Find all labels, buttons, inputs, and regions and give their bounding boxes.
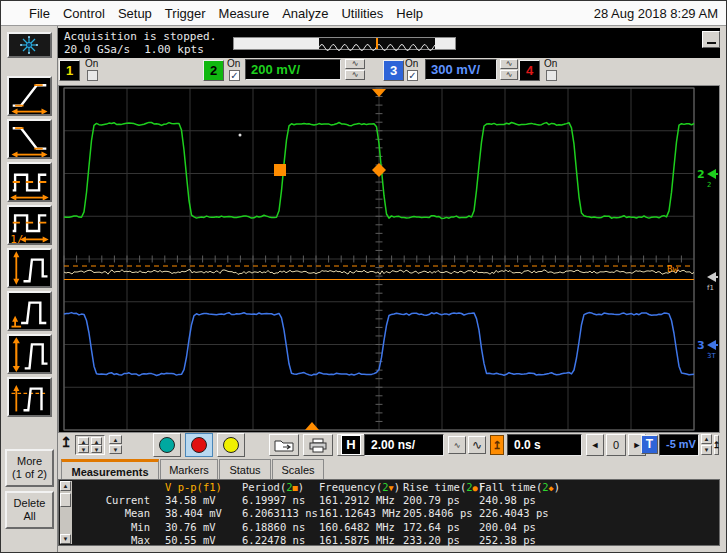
period-icon [9,164,50,200]
menu-bar: File Control Setup Trigger Measure Analy… [1,1,727,26]
menu-help[interactable]: Help [396,6,423,21]
fall-time-icon [9,121,50,157]
menu-measure[interactable]: Measure [219,6,270,21]
run-button[interactable] [153,433,181,457]
measurements-table: V p-p(f1) Period(2■) Frequency(2▼) Rise … [77,481,629,547]
channel-1-on-label: On [85,58,98,69]
position-left-button[interactable]: ◄ [586,434,604,456]
tab-markers[interactable]: Markers [160,459,218,479]
recall-button[interactable] [269,434,299,456]
horizontal-position-field[interactable]: 0.0 s [507,434,582,456]
memory-bar[interactable] [233,37,456,50]
trigger-level-spinner[interactable]: ▲ ▼ [701,434,712,456]
date-time: 28 Aug 2018 8:29 AM [594,6,718,21]
channel-4-button[interactable]: 4 [519,60,540,81]
hscale-zoom-in-button[interactable]: ∿ [468,436,486,454]
menu-file[interactable]: File [29,6,50,21]
stop-icon [191,437,207,453]
channel-3-on-label: On [405,58,418,69]
trigger-position-icon: ↥ [490,435,504,455]
frequency-icon: 1/ [9,207,50,243]
trigger-level-field[interactable]: -5 mV [659,434,699,456]
channel-1-on-checkbox[interactable] [87,70,98,81]
spin-up2-icon[interactable]: ▲ [91,437,102,445]
minimize-icon [707,42,716,44]
tab-measurements[interactable]: Measurements [61,459,159,479]
channel-3-scale-field[interactable]: 300 mV/ [425,59,497,80]
measure-frequency-button[interactable]: 1/ [7,205,52,245]
v-pp-icon [9,250,50,286]
tab-scales[interactable]: Scales [272,459,324,479]
trigger-slope-icon: ↥ [59,434,73,456]
menu-utilities[interactable]: Utilities [341,6,383,21]
single-icon [223,437,239,453]
measurements-header-row: V p-p(f1) Period(2■) Frequency(2▼) Rise … [77,481,629,494]
measure-vtop-button[interactable] [7,334,52,374]
measure-period-button[interactable] [7,162,52,202]
measurement-row-max: Max 50.55 mV 6.22478 ns 161.5875 MHz 233… [77,534,629,547]
menu-analyze[interactable]: Analyze [282,6,328,21]
svg-text:3T: 3T [707,352,716,360]
menu-trigger[interactable]: Trigger [165,6,206,21]
menu-control[interactable]: Control [63,6,105,21]
channel-4-on-checkbox[interactable] [546,70,557,81]
vertical-offset-spinner[interactable]: ▲ ▼ ▲ ▼ [75,435,105,455]
scroll-up-icon[interactable]: ▲ [60,481,71,491]
status-bar: Acquisition is stopped. 20.0 GSa/s1.00 k… [58,28,720,58]
measure-rise-time-button[interactable] [7,76,52,116]
channel-2-scale-field[interactable]: 200 mV/ [245,59,341,80]
measurements-panel: ▲ ▼ V p-p(f1) Period(2■) Frequency(2▼) R… [58,479,720,546]
memory-trigger-tick [376,38,378,49]
channel-3-scale-down-button[interactable]: ∿ [500,70,518,80]
measure-vpp-button[interactable] [7,248,52,288]
waveform-display[interactable]: Bw22f133T [58,85,720,433]
more-measurements-button[interactable]: More (1 of 2) [5,449,54,487]
starburst-icon [9,34,50,56]
position-zero-button[interactable]: 0 [606,434,626,456]
fine-up-icon[interactable]: ▲ [109,435,122,444]
hscale-zoom-out-button[interactable]: ∿ [448,436,466,454]
stop-button[interactable] [185,433,213,457]
spin-down-icon[interactable]: ▼ [78,445,89,453]
fine-spinner[interactable]: ▲ ▼ [109,435,123,455]
sidebar: 1/ More [1,26,58,553]
run-icon [159,437,175,453]
channel-2-scale-up-button[interactable]: ∿ [345,59,365,69]
horizontal-scale-field[interactable]: 2.00 ns/ [364,434,444,456]
scrollbar-thumb[interactable] [60,493,71,507]
channel-3-button[interactable]: 3 [383,60,404,81]
single-button[interactable] [217,433,245,457]
rise-time-icon [9,78,50,114]
channel-2-scale-down-button[interactable]: ∿ [345,70,365,80]
channel-2-on-label: On [227,58,240,69]
trigger-up-icon[interactable]: ▲ [701,434,712,444]
measure-vbase-button[interactable] [7,291,52,331]
minimize-button[interactable] [702,31,720,48]
v-top-icon [9,336,50,372]
print-button[interactable] [303,434,333,456]
more-label: More [7,455,52,468]
channel-3-on-checkbox[interactable]: ✓ [407,70,418,81]
svg-text:2: 2 [697,168,705,181]
spin-up-icon[interactable]: ▲ [78,437,89,445]
delete-all-button[interactable]: Delete All [5,491,54,529]
measurement-row-min: Min 30.76 mV 6.18860 ns 160.6482 MHz 172… [77,521,629,534]
menu-setup[interactable]: Setup [118,6,152,21]
trigger-slope-button[interactable]: ↥ [714,435,719,455]
delete-label-2: All [7,510,52,523]
measurements-scrollbar[interactable]: ▲ ▼ [60,481,72,544]
measure-vavg-button[interactable] [7,377,52,417]
channel-2-on-checkbox[interactable]: ✓ [229,70,240,81]
channel-3-scale-up-button[interactable]: ∿ [500,59,518,69]
trigger-down-icon[interactable]: ▼ [701,445,712,455]
channel-1-button[interactable]: 1 [59,60,80,81]
scroll-down-icon[interactable]: ▼ [60,534,71,544]
memory-bar-window[interactable] [319,38,435,49]
fine-down-icon[interactable]: ▼ [109,445,122,454]
tab-status[interactable]: Status [219,459,271,479]
channel-2-button[interactable]: 2 [203,60,224,81]
spin-down2-icon[interactable]: ▼ [91,445,102,453]
folder-icon [274,438,294,452]
svg-text:3: 3 [697,339,705,352]
measure-fall-time-button[interactable] [7,119,52,159]
